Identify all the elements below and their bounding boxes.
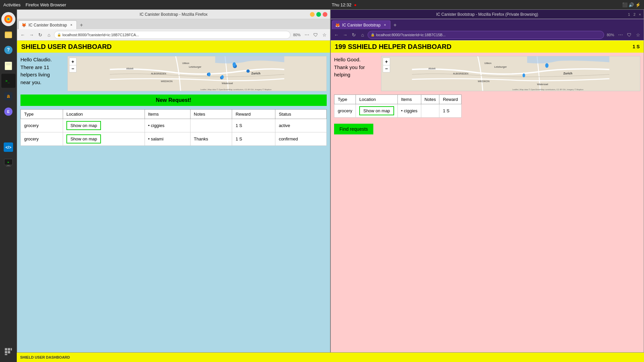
- main-area: IC Canister Bootstrap - Mozilla Firefox …: [17, 9, 644, 362]
- back-btn-1[interactable]: ←: [19, 31, 26, 39]
- svg-text:</>: </>: [5, 145, 11, 150]
- bookmark-btn-2[interactable]: ☆: [634, 31, 642, 39]
- firefox-label[interactable]: Firefox Web Browser: [25, 2, 66, 7]
- cell-location: Show on map: [63, 132, 145, 146]
- svg-point-2: [7, 18, 10, 20]
- home-btn-2[interactable]: ⌂: [359, 31, 366, 39]
- browser-2-window-controls: 1 2 ×: [628, 12, 641, 16]
- taskbar-emacs[interactable]: E: [1, 105, 15, 119]
- tab-1-close[interactable]: ×: [69, 23, 74, 27]
- taskbar-help[interactable]: ?: [1, 43, 15, 57]
- browser-window-2: IC Canister Bootstrap - Mozilla Firefox …: [330, 9, 644, 353]
- greeting-1-line1: Hello Claudio.: [20, 56, 64, 64]
- map-1-zoom-out[interactable]: −: [69, 65, 76, 72]
- dashboard-1-header: SHIELD USER DASHBOARD: [17, 41, 330, 53]
- close-btn-1[interactable]: [323, 12, 327, 17]
- bookmark-btn-1[interactable]: ☆: [321, 31, 328, 39]
- shield-btn-1[interactable]: 🛡: [312, 31, 319, 39]
- more-btn-2[interactable]: ⋯: [617, 31, 624, 39]
- col-type-1: Type: [21, 110, 63, 119]
- taskbar-vscode[interactable]: </>: [1, 140, 15, 154]
- show-on-map-btn-2[interactable]: Show on map: [66, 134, 101, 143]
- svg-text:Altstett: Altstett: [428, 67, 435, 70]
- more-btn-1[interactable]: ⋯: [303, 31, 311, 39]
- tab-2-main[interactable]: 🦊 IC Canister Bootstrap ×: [332, 20, 390, 29]
- browser-2-content: 199 SSHIELD HELPER DASHBOARD 1 S Hello G…: [331, 41, 644, 352]
- show-on-map-btn-1[interactable]: Show on map: [66, 121, 101, 130]
- tab-2-label: IC Canister Bootstrap: [342, 23, 381, 27]
- svg-rect-25: [5, 351, 7, 353]
- svg-rect-24: [11, 348, 12, 351]
- cell-notes: Thanks: [190, 132, 232, 146]
- svg-text:Uitikon: Uitikon: [182, 62, 189, 64]
- browser-2-title: IC Canister Bootstrap - Mozilla Firefox …: [436, 12, 538, 17]
- show-on-map-btn-3[interactable]: Show on map: [359, 106, 394, 115]
- browser-2-toolbar: ← → ↻ ⌂ 🔒 localhost:8000/?canisterId=ic:…: [331, 29, 644, 41]
- tab-1-main[interactable]: 🦊 IC Canister Bootstrap ×: [18, 20, 77, 29]
- dashboard-1-top: Hello Claudio. There are 11 helpers livi…: [20, 56, 327, 91]
- back-btn-2[interactable]: ←: [333, 31, 340, 39]
- cell-items: salami: [145, 132, 190, 146]
- svg-text:Zurich: Zurich: [563, 72, 572, 75]
- new-request-btn[interactable]: New Request!: [20, 95, 327, 106]
- greeting-2: Hello Good. Thank you for helping: [334, 56, 378, 91]
- map-1-svg: Letzburger ALBISRIEDEN Zurich Altstett W…: [68, 56, 326, 91]
- reload-btn-2[interactable]: ↻: [350, 31, 358, 39]
- svg-text:Wädenswil: Wädenswil: [222, 82, 233, 84]
- taskbar-amazon[interactable]: a: [1, 89, 15, 103]
- taskbar-files[interactable]: [1, 27, 15, 42]
- svg-text:WIEDIKON: WIEDIKON: [161, 80, 173, 82]
- shield-btn-2[interactable]: 🛡: [626, 31, 633, 39]
- dashboard-2-title: 199 SSHIELD HELPER DASHBOARD: [335, 43, 451, 51]
- svg-text:?: ?: [7, 47, 10, 52]
- svg-rect-7: [5, 62, 12, 70]
- browser-1-title: IC Canister Bootstrap - Mozilla Firefox: [140, 12, 208, 17]
- taskbar-notes[interactable]: [1, 58, 15, 72]
- map-2-zoom-in[interactable]: +: [383, 58, 390, 65]
- taskbar: ? >_ a E </> ▶: [0, 9, 17, 362]
- address-bar-1[interactable]: 🔒 localhost:8000/?canisterId=ic:18B7C128…: [54, 31, 290, 39]
- browser-1-toolbar: ← → ↻ ⌂ 🔒 localhost:8000/?canisterId=ic:…: [17, 29, 330, 41]
- tab-1-new[interactable]: +: [77, 21, 86, 29]
- map-2-zoom-out[interactable]: −: [383, 65, 390, 72]
- taskbar-appgrid[interactable]: [1, 345, 15, 359]
- home-btn-1[interactable]: ⌂: [45, 31, 53, 39]
- tab-2-close[interactable]: ×: [383, 23, 387, 27]
- maximize-btn-1[interactable]: [316, 12, 321, 17]
- taskbar-terminal[interactable]: >_: [1, 74, 15, 88]
- cell-status: confirmed: [275, 132, 327, 146]
- svg-rect-27: [5, 354, 7, 355]
- forward-btn-2[interactable]: →: [341, 31, 349, 39]
- col-type-2: Type: [334, 95, 356, 104]
- dashboard-1-title: SHIELD USER DASHBOARD: [21, 43, 112, 51]
- taskbar-monitor[interactable]: ▶: [1, 156, 15, 170]
- browser-1-titlebar: IC Canister Bootstrap - Mozilla Firefox: [17, 10, 330, 19]
- taskbar-firefox[interactable]: [1, 12, 15, 26]
- greeting-1-line4: near you.: [20, 79, 64, 86]
- map-1: + −: [67, 56, 327, 91]
- reload-btn-1[interactable]: ↻: [37, 31, 44, 39]
- cell-notes: [190, 119, 232, 132]
- forward-btn-1[interactable]: →: [28, 31, 35, 39]
- tab-2-new[interactable]: +: [391, 21, 399, 29]
- minimize-btn-1[interactable]: [310, 12, 315, 17]
- browsers-container: IC Canister Bootstrap - Mozilla Firefox …: [17, 9, 644, 353]
- url-1: localhost:8000/?canisterId=ic:18B7C128FC…: [62, 33, 139, 37]
- find-requests-btn[interactable]: Find requests: [334, 124, 373, 134]
- col-notes-2: Notes: [421, 95, 439, 104]
- map-2-svg: Letzburger ALBISRIEDEN Zurich Altstett W…: [381, 56, 640, 91]
- greeting-1-line3: helpers living: [20, 71, 64, 79]
- col-reward-2: Reward: [439, 95, 462, 104]
- col-items-2: Items: [397, 95, 421, 104]
- activities-label[interactable]: Activities: [3, 2, 20, 7]
- svg-text:Letzburger: Letzburger: [494, 65, 507, 68]
- browser-1-tabbar: 🦊 IC Canister Bootstrap × +: [17, 19, 330, 29]
- map-1-zoom-in[interactable]: +: [69, 58, 76, 65]
- cell-reward-2: 1 S: [439, 104, 462, 118]
- cell-location-2: Show on map: [356, 104, 398, 118]
- table-row: grocery Show on map ciggies 1 S: [334, 104, 462, 118]
- svg-text:Letzburger: Letzburger: [189, 65, 202, 68]
- address-bar-2[interactable]: 🔒 localhost:8000/?canisterId=ic:18B7C15B…: [368, 31, 604, 39]
- greeting-2-line2: Thank you for: [334, 64, 378, 71]
- cell-type-2: grocery: [334, 104, 356, 118]
